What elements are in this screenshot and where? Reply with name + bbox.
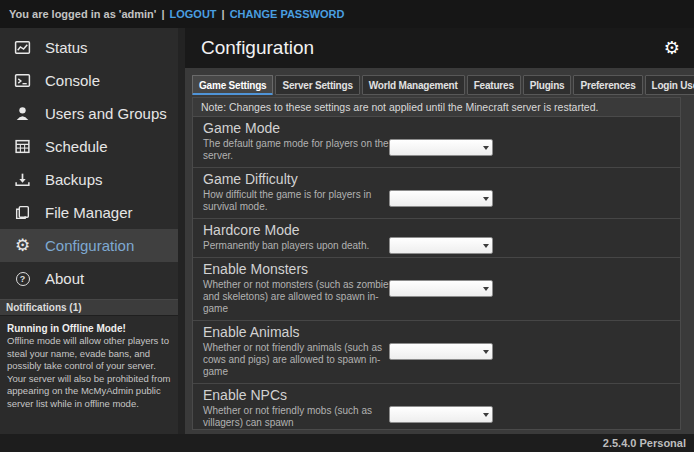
notification-title: Running in Offline Mode!: [7, 322, 171, 335]
sidebar-item-label: Backups: [45, 171, 103, 188]
setting-title: Hardcore Mode: [203, 223, 680, 238]
sidebar: Status Console: [0, 28, 178, 434]
sidebar-item-label: Configuration: [45, 237, 134, 254]
backups-icon: [13, 170, 32, 189]
topbar-separator: |: [222, 8, 225, 20]
restart-note: Note: Changes to these settings are not …: [193, 98, 680, 117]
tab-bar: Game Settings Server Settings World Mana…: [192, 75, 681, 95]
topbar-separator: |: [161, 8, 164, 20]
chevron-down-icon: [483, 146, 489, 150]
sidebar-item-label: Users and Groups: [45, 105, 167, 122]
notifications-header: Notifications (1): [0, 299, 178, 316]
sidebar-item-about[interactable]: ? About: [0, 262, 178, 295]
enable-animals-select[interactable]: [389, 343, 493, 360]
setting-description: Whether or not friendly animals (such as…: [203, 342, 395, 378]
setting-title: Enable Animals: [203, 325, 680, 340]
sidebar-item-label: Console: [45, 72, 100, 89]
chevron-down-icon: [483, 413, 489, 417]
sidebar-item-backups[interactable]: Backups: [0, 163, 178, 196]
mcmyadmin-app: You are logged in as 'admin' | LOGOUT | …: [0, 0, 694, 452]
setting-title: Enable NPCs: [203, 388, 680, 403]
chevron-down-icon: [483, 287, 489, 291]
enable-npcs-select[interactable]: [389, 406, 493, 423]
sidebar-item-label: About: [45, 270, 84, 287]
main-body: Game Settings Server Settings World Mana…: [185, 68, 694, 434]
sidebar-item-label: Status: [45, 39, 88, 56]
topbar: You are logged in as 'admin' | LOGOUT | …: [0, 0, 694, 28]
enable-monsters-select[interactable]: [389, 280, 493, 297]
tab-game-settings[interactable]: Game Settings: [192, 75, 273, 95]
main-panel: Configuration ⚙ Game Settings Server Set…: [185, 28, 694, 434]
chevron-down-icon: [483, 244, 489, 248]
setting-game-mode: Game Mode The default game mode for play…: [193, 117, 680, 168]
gear-icon: ⚙: [13, 236, 32, 255]
tab-plugins[interactable]: Plugins: [523, 75, 572, 95]
users-icon: [13, 104, 32, 123]
tab-login-users[interactable]: Login Users: [645, 75, 694, 95]
setting-title: Game Difficulty: [203, 172, 680, 187]
hardcore-mode-select[interactable]: [389, 237, 493, 254]
sidebar-item-users-and-groups[interactable]: Users and Groups: [0, 97, 178, 130]
sidebar-nav: Status Console: [0, 28, 178, 295]
console-icon: [13, 71, 32, 90]
tab-features[interactable]: Features: [467, 75, 521, 95]
setting-description: How difficult the game is for players in…: [203, 189, 395, 213]
gear-icon: ⚙: [664, 37, 680, 58]
sidebar-item-schedule[interactable]: Schedule: [0, 130, 178, 163]
setting-hardcore-mode: Hardcore Mode Permanently ban players up…: [193, 219, 680, 258]
setting-description: Permanently ban players upon death.: [203, 240, 395, 252]
sidebar-item-status[interactable]: Status: [0, 31, 178, 64]
sidebar-item-label: Schedule: [45, 138, 108, 155]
notification-text: Offline mode will allow other players to…: [7, 335, 171, 410]
status-icon: [13, 38, 32, 57]
file-manager-icon: [13, 203, 32, 222]
setting-description: Whether or not friendly mobs (such as vi…: [203, 405, 395, 429]
sidebar-item-file-manager[interactable]: File Manager: [0, 196, 178, 229]
settings-panel: Note: Changes to these settings are not …: [192, 97, 681, 430]
sidebar-item-label: File Manager: [45, 204, 133, 221]
footer: 2.5.4.0 Personal: [0, 434, 694, 452]
setting-description: The default game mode for players on the…: [203, 138, 395, 162]
game-mode-select[interactable]: [389, 139, 493, 156]
chevron-down-icon: [483, 197, 489, 201]
logged-in-text: You are logged in as 'admin': [9, 8, 156, 20]
setting-title: Enable Monsters: [203, 262, 680, 277]
setting-game-difficulty: Game Difficulty How difficult the game i…: [193, 168, 680, 219]
schedule-icon: [13, 137, 32, 156]
change-password-link[interactable]: CHANGE PASSWORD: [230, 8, 345, 20]
setting-enable-animals: Enable Animals Whether or not friendly a…: [193, 321, 680, 384]
page-title: Configuration: [201, 37, 664, 59]
logout-link[interactable]: LOGOUT: [170, 8, 217, 20]
setting-enable-monsters: Enable Monsters Whether or not monsters …: [193, 258, 680, 321]
setting-title: Game Mode: [203, 121, 680, 136]
notifications-body: Running in Offline Mode! Offline mode wi…: [0, 316, 178, 416]
setting-description: Whether or not monsters (such as zombies…: [203, 279, 395, 315]
main-header: Configuration ⚙: [185, 28, 694, 68]
question-icon: ?: [13, 269, 32, 288]
setting-enable-npcs: Enable NPCs Whether or not friendly mobs…: [193, 384, 680, 430]
tab-server-settings[interactable]: Server Settings: [275, 75, 359, 95]
chevron-down-icon: [483, 350, 489, 354]
sidebar-item-console[interactable]: Console: [0, 64, 178, 97]
game-difficulty-select[interactable]: [389, 190, 493, 207]
sidebar-item-configuration[interactable]: ⚙ Configuration: [0, 229, 178, 262]
tab-world-management[interactable]: World Management: [362, 75, 465, 95]
tab-preferences[interactable]: Preferences: [573, 75, 642, 95]
settings-gear-button[interactable]: ⚙: [664, 39, 680, 58]
version-label: 2.5.4.0 Personal: [603, 437, 686, 449]
